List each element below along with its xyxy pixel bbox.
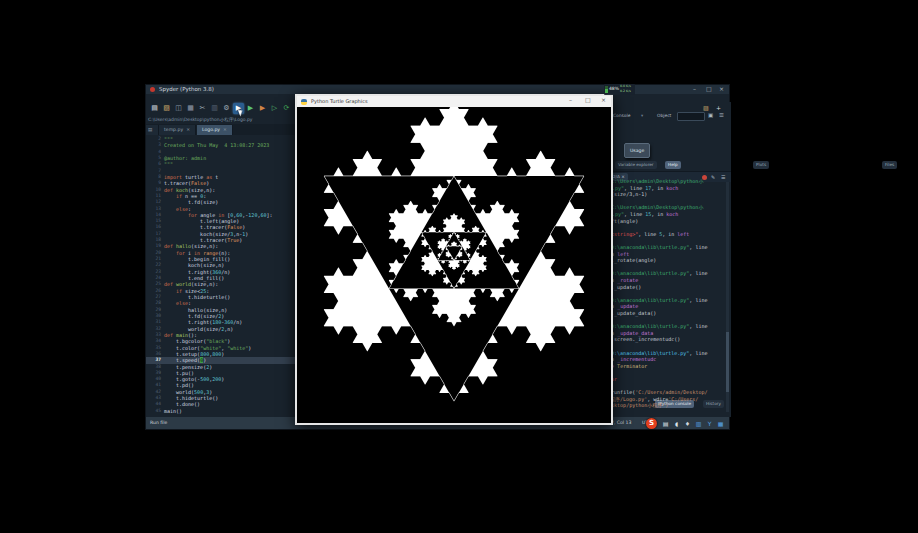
- restart-kernel-button[interactable]: ⟳: [281, 103, 292, 114]
- working-dir-icon[interactable]: ▨: [703, 104, 709, 111]
- line-number: 19: [146, 243, 161, 248]
- line-number: 14: [146, 212, 161, 217]
- run-cell-advance-button[interactable]: ▶: [257, 103, 268, 114]
- turtle-window-title: Python Turtle Graphics: [311, 96, 368, 107]
- pane-tab-plots[interactable]: Plots: [753, 161, 769, 169]
- fullscreen-icon[interactable]: +: [716, 104, 721, 111]
- run-selection-button[interactable]: ▷: [269, 103, 280, 114]
- line-number: 38: [146, 364, 161, 369]
- app-grid-icon[interactable]: ▦: [716, 419, 725, 428]
- new-file-button[interactable]: ▤: [149, 103, 160, 114]
- preferences-button[interactable]: ⚙: [221, 103, 232, 114]
- line-number: 23: [146, 269, 161, 274]
- line-number: 22: [146, 262, 161, 267]
- layout-button[interactable]: ▥: [209, 103, 220, 114]
- help-object-combobox[interactable]: [677, 112, 705, 121]
- options-menu-icon[interactable]: ☰: [719, 112, 724, 118]
- ime-indicator-icon[interactable]: ▤: [661, 419, 670, 428]
- editor-tab-Logo.py[interactable]: Logo.py×: [197, 125, 233, 135]
- editor-tab-temp.py[interactable]: temp.py×: [159, 125, 196, 135]
- close-button[interactable]: ×: [719, 85, 724, 94]
- line-number: 42: [146, 389, 161, 394]
- code-line: t.hideturtle(): [164, 294, 230, 300]
- line-number: 18: [146, 237, 161, 242]
- line-number: 4: [146, 149, 161, 154]
- code-line: else:: [164, 206, 191, 212]
- code-line: t.speed(0): [164, 357, 206, 363]
- code-line: t.right(360/n): [164, 269, 230, 275]
- save-file-button[interactable]: ◫: [173, 103, 184, 114]
- code-line: @author: admin: [164, 155, 206, 161]
- line-number: 10: [146, 187, 161, 192]
- line-number: 12: [146, 199, 161, 204]
- line-number: 24: [146, 275, 161, 280]
- line-number: 39: [146, 370, 161, 375]
- sogou-input-icon[interactable]: S: [646, 418, 657, 429]
- minimize-button[interactable]: –: [693, 85, 696, 94]
- code-line: t.pensize(2): [164, 364, 212, 370]
- code-line: def main():: [164, 332, 197, 338]
- turtle-titlebar[interactable]: Python Turtle Graphics – □ ×: [297, 96, 611, 107]
- line-number: 5: [146, 155, 161, 160]
- line-number: 25: [146, 281, 161, 286]
- line-number: 17: [146, 231, 161, 236]
- save-all-button[interactable]: ▦: [185, 103, 196, 114]
- usage-tooltip: Usage: [624, 143, 650, 158]
- line-number: 6: [146, 161, 161, 166]
- file-switcher-icon[interactable]: ▤: [146, 125, 159, 135]
- line-number: 28: [146, 300, 161, 305]
- code-line: for angle in [0,60,-120,60]:: [164, 212, 272, 218]
- help-source-dropdown[interactable]: Console: [613, 113, 630, 118]
- lock-icon[interactable]: ▣: [708, 112, 713, 118]
- code-line: else:: [164, 300, 191, 306]
- run-cell-button[interactable]: ▶: [245, 103, 256, 114]
- line-number: 13: [146, 206, 161, 211]
- code-line: t.done(): [164, 401, 200, 407]
- line-number: 36: [146, 351, 161, 356]
- code-line: t.tracer(False): [164, 180, 209, 186]
- network-icon[interactable]: ▥: [694, 419, 703, 428]
- pane-tab-files[interactable]: Files: [882, 161, 897, 169]
- code-line: t.tracer(False): [164, 224, 245, 230]
- code-line: koch(size/3,n-1): [164, 231, 248, 237]
- line-number: 45: [146, 408, 161, 413]
- code-line: t.fd(size): [164, 199, 218, 205]
- line-number: 26: [146, 288, 161, 293]
- line-number: 2: [146, 136, 161, 141]
- spyder-titlebar[interactable]: Spyder (Python 3.8) – □ ×: [146, 85, 729, 94]
- code-line: main(): [164, 408, 182, 414]
- screen: Spyder (Python 3.8) – □ × FileEditSearch…: [0, 0, 918, 533]
- code-line: t.pu(): [164, 370, 194, 376]
- line-number: 20: [146, 250, 161, 255]
- code-line: def hallo(size,n):: [164, 243, 218, 249]
- code-line: def koch(size,n):: [164, 187, 215, 193]
- code-line: """: [164, 136, 173, 142]
- line-number: 3: [146, 142, 161, 147]
- line-number: 29: [146, 307, 161, 312]
- turtle-close-button[interactable]: ×: [601, 96, 606, 105]
- line-number: 33: [146, 332, 161, 337]
- chat-tool-icon[interactable]: Y: [705, 419, 714, 428]
- up-speed: 0.0 K/s: [620, 84, 631, 88]
- line-number: 16: [146, 224, 161, 229]
- line-number: 27: [146, 294, 161, 299]
- line-number: 34: [146, 338, 161, 343]
- line-number: 31: [146, 319, 161, 324]
- meter-icon: [605, 86, 608, 93]
- code-line: for i in range(n):: [164, 250, 230, 256]
- open-file-button[interactable]: ▨: [161, 103, 172, 114]
- turtle-maximize-button[interactable]: □: [585, 96, 591, 105]
- net-speed-widget[interactable]: 48% 0.0 K/s 0.2 K/s: [604, 84, 635, 95]
- code-line: if n == 0:: [164, 193, 206, 199]
- microphone-icon[interactable]: ♦: [683, 419, 692, 428]
- code-line: t.goto(-500,200): [164, 376, 224, 382]
- line-number: 41: [146, 382, 161, 387]
- turtle-minimize-button[interactable]: –: [569, 96, 572, 105]
- spyder-logo-icon: [150, 87, 155, 92]
- line-number: 15: [146, 218, 161, 223]
- maximize-button[interactable]: □: [706, 85, 712, 94]
- speaker-icon[interactable]: ◖: [672, 419, 681, 428]
- line-number: 43: [146, 395, 161, 400]
- find-button[interactable]: ✂: [197, 103, 208, 114]
- line-number: 8: [146, 174, 161, 179]
